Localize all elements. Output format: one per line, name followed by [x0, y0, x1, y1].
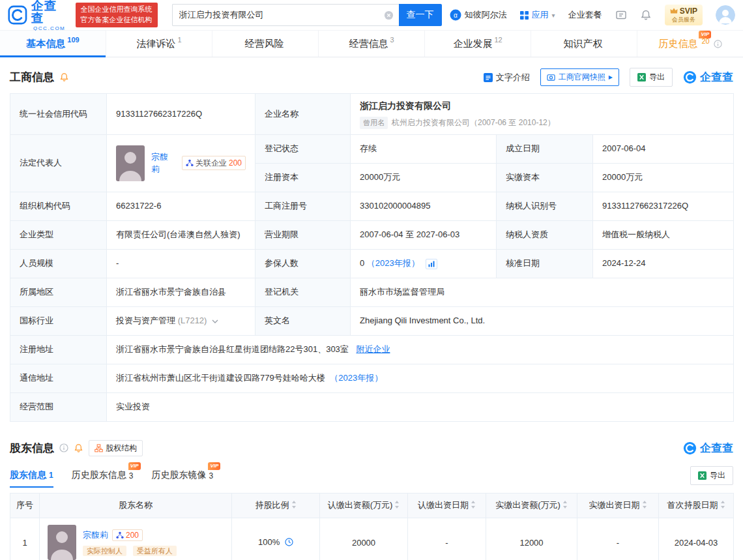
nav-apps[interactable]: 应用 ▾	[520, 9, 555, 21]
sort-icon	[394, 501, 400, 508]
tab-intellectual-property[interactable]: 知识产权	[531, 31, 637, 57]
subscribe-bell-icon[interactable]	[59, 72, 69, 82]
equity-structure-button[interactable]: 股权结构	[89, 440, 143, 456]
col-subscribed-date[interactable]: 认缴出资日期	[408, 493, 486, 518]
subtab-history-mirror[interactable]: 历史股东镜像 VIP 3	[151, 463, 213, 488]
label-industry: 国标行业	[10, 306, 107, 335]
org-chart-icon	[95, 444, 103, 452]
nav-enterprise-package[interactable]: 企业套餐	[568, 9, 602, 21]
apps-grid-icon	[520, 11, 529, 20]
value-company-type: 有限责任公司(台港澳自然人独资)	[107, 220, 255, 249]
tab-company-development[interactable]: 企业发展12	[425, 31, 531, 57]
label-paid-capital: 实缴资本	[497, 163, 593, 192]
sort-icon	[562, 501, 568, 508]
label-taxpayer-id: 纳税人识别号	[497, 192, 593, 220]
search-input[interactable]	[173, 10, 399, 20]
label-company-type: 企业类型	[10, 220, 107, 249]
tab-legal-proceedings[interactable]: 法律诉讼1	[106, 31, 212, 57]
related-companies-badge[interactable]: 关联企业 200	[182, 156, 246, 170]
label-business-term: 营业期限	[255, 220, 351, 249]
former-name-badge: 曾用名	[360, 117, 388, 129]
value-reg-no: 330102000004895	[351, 192, 497, 220]
value-business-scope: 实业投资	[107, 392, 734, 421]
top-header: 企查查 QCC.COM 全国企业信用查询系统 官方备案企业征信机构 查一下 α …	[0, 0, 743, 30]
qcc-logo[interactable]: 企查查 QCC.COM	[8, 0, 68, 31]
value-company-name: 浙江启力投资有限公司 曾用名 杭州启力投资有限公司（2007-06 至 2010…	[351, 94, 734, 135]
col-first-holding-date[interactable]: 首次持股日期	[659, 493, 734, 518]
relation-graph-icon	[186, 159, 194, 167]
shareholder-row: 1 宗馥莉 200	[10, 518, 734, 560]
value-reg-address: 浙江省丽水市景宁畲族自治县红星街道团结路22号301、303室 附近企业	[107, 335, 734, 364]
insured-trend-icon[interactable]	[426, 259, 437, 269]
legal-rep-name-link[interactable]: 宗馥莉	[151, 151, 175, 176]
nearby-companies-link[interactable]: 附近企业	[356, 344, 390, 354]
mail-report-link[interactable]: （2023年报）	[330, 373, 383, 383]
history-info-icon[interactable]	[714, 40, 722, 48]
logo-text: 企查查	[31, 0, 68, 24]
col-paid-amount[interactable]: 实缴出资额(万元)	[486, 493, 577, 518]
value-approval-date: 2024-12-24	[593, 249, 734, 278]
value-paid-capital: 20000万元	[593, 163, 734, 192]
snapshot-camera-icon	[547, 73, 555, 81]
value-taxpayer-quality: 增值税一般纳税人	[593, 220, 734, 249]
tab-basic-info[interactable]: 基本信息109	[0, 31, 106, 57]
tab-history-info[interactable]: 历史信息 VIP 20	[637, 31, 743, 57]
search-bar: 查一下	[172, 4, 442, 26]
label-taxpayer-quality: 纳税人资质	[497, 220, 593, 249]
cert-badge: 全国企业信用查询系统 官方备案企业征信机构	[76, 3, 158, 27]
value-reg-capital: 20000万元	[351, 163, 497, 192]
shareholder-photo[interactable]	[48, 525, 76, 560]
subtab-shareholders[interactable]: 股东信息 1	[10, 463, 53, 488]
shareholder-related-badge[interactable]: 200	[112, 529, 143, 541]
col-seq: 序号	[10, 493, 40, 518]
gov-snapshot-button[interactable]: 工商官网快照 ▶	[540, 68, 619, 86]
value-insured-count: 0 （2023年报）	[351, 249, 497, 278]
message-icon[interactable]	[615, 9, 627, 21]
label-insured-count: 参保人数	[255, 249, 351, 278]
shareholder-paid-date: -	[577, 518, 659, 560]
crown-icon	[670, 8, 678, 14]
label-business-scope: 经营范围	[10, 392, 107, 421]
col-ratio[interactable]: 持股比例	[232, 493, 320, 518]
col-paid-date[interactable]: 实缴出资日期	[577, 493, 659, 518]
subtab-history-shareholders[interactable]: 历史股东信息 VIP 3	[72, 463, 134, 488]
value-staff-size: -	[107, 249, 255, 278]
label-reg-status: 登记状态	[255, 134, 351, 163]
label-org-code: 组织机构代码	[10, 192, 107, 220]
shareholder-paid-amount: 12000	[486, 518, 577, 560]
col-subscribed-amount[interactable]: 认缴出资额(万元)	[320, 493, 408, 518]
shareholder-name-link[interactable]: 宗馥莉	[83, 529, 108, 541]
chevron-down-icon[interactable]	[212, 319, 218, 323]
legal-rep-photo[interactable]	[116, 145, 145, 181]
tab-operation-risk[interactable]: 经营风险	[212, 31, 319, 57]
clear-search-icon[interactable]	[384, 10, 394, 20]
svip-badge[interactable]: SVIP 会员服务	[665, 5, 703, 25]
value-reg-status: 存续	[351, 134, 497, 163]
relation-graph-icon	[116, 531, 124, 539]
sort-icon	[291, 501, 297, 508]
vip-badge: VIP	[128, 462, 141, 470]
shareholders-bell-icon[interactable]	[74, 443, 83, 453]
notification-bell-icon[interactable]	[640, 9, 652, 21]
label-approval-date: 核准日期	[497, 249, 593, 278]
nav-zhibi-alpha[interactable]: α 知彼阿尔法	[450, 9, 507, 21]
cert-line1: 全国企业信用查询系统	[81, 5, 153, 15]
search-box	[172, 4, 399, 26]
label-reg-address: 注册地址	[10, 335, 107, 364]
tag-actual-controller[interactable]: 实际控制人	[83, 546, 126, 556]
search-button[interactable]: 查一下	[399, 4, 442, 26]
value-org-code: 66231722-6	[107, 192, 255, 220]
shareholders-info-icon[interactable]	[59, 443, 68, 452]
export-button[interactable]: 导出	[630, 68, 673, 87]
shareholders-export-button[interactable]: 导出	[690, 466, 733, 485]
insured-report-link[interactable]: （2023年报）	[367, 258, 420, 268]
text-intro-button[interactable]: 文字介绍	[484, 72, 530, 83]
history-clock-icon[interactable]	[285, 538, 293, 548]
tab-operation-info[interactable]: 经营信息3	[319, 31, 425, 57]
user-avatar[interactable]	[716, 5, 735, 25]
caret-down-icon: ▾	[552, 12, 555, 19]
business-info-header: 工商信息 文字介绍 工商官网快照 ▶ 导出 企查查	[10, 68, 733, 87]
tag-beneficial-owner[interactable]: 受益所有人	[133, 546, 177, 556]
excel-icon	[637, 73, 646, 81]
qcc-brand-icon	[683, 70, 697, 84]
